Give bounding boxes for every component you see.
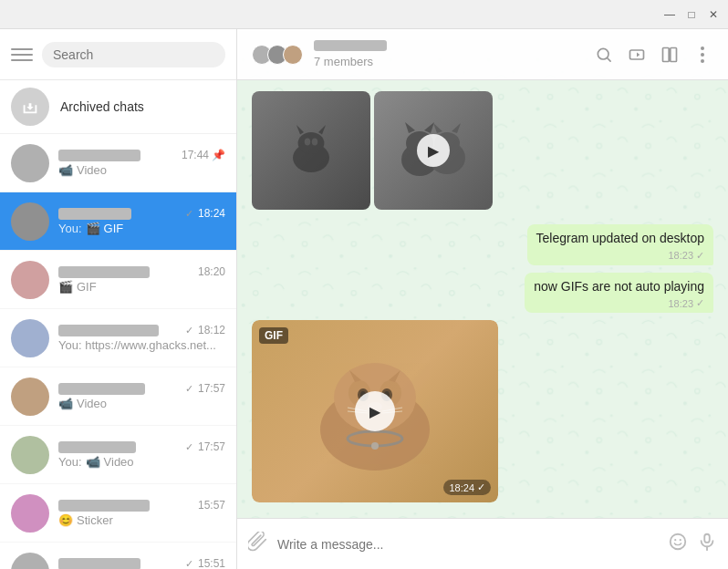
chat-meta: 18:20 <box>58 265 225 278</box>
search-icon[interactable] <box>593 44 615 66</box>
play-button[interactable]: ▶ <box>355 391 395 431</box>
chat-meta: ✓ 15:51 <box>58 557 225 569</box>
chat-time: 15:57 <box>198 499 225 512</box>
check-icon: ✓ <box>185 441 193 453</box>
chat-list-item[interactable]: 18:20 🎬 GIF <box>0 251 236 309</box>
microphone-icon[interactable] <box>697 532 717 556</box>
avatar <box>11 436 49 474</box>
close-button[interactable]: ✕ <box>706 7 721 22</box>
svg-rect-6 <box>663 47 670 61</box>
chat-info: ✓ 17:57 You: 📹 Video <box>58 440 225 469</box>
svg-point-10 <box>701 59 704 63</box>
svg-point-16 <box>312 138 317 145</box>
chat-time: 15:51 <box>198 557 225 569</box>
preview-prefix: You: <box>58 455 82 469</box>
archive-icon <box>11 88 49 126</box>
gif-message[interactable]: ▶ GIF 18:24 ✓ <box>252 320 498 502</box>
preview-icon: 🎬 <box>58 280 73 294</box>
chat-list: 17:44 📌 📹 Video ✓ 18:24 You: <box>0 134 236 569</box>
hamburger-menu-icon[interactable] <box>11 44 33 66</box>
chat-time: 18:12 <box>198 324 225 336</box>
chat-list-item[interactable]: ✓ 17:57 📹 Video <box>0 367 236 426</box>
chat-preview: 📹 Video <box>58 397 225 410</box>
chat-meta: ✓ 17:57 <box>58 440 225 453</box>
avatar <box>11 378 49 416</box>
media-item[interactable] <box>252 91 370 210</box>
sidebar-header <box>0 29 236 80</box>
preview-prefix: You: <box>58 222 82 235</box>
chat-meta: 17:44 📌 <box>58 149 225 161</box>
preview-text: Video <box>77 163 107 177</box>
layout-icon[interactable] <box>659 44 681 66</box>
call-icon[interactable] <box>626 44 648 66</box>
svg-point-43 <box>671 534 686 550</box>
message-time: 18:23 <box>668 250 693 261</box>
svg-marker-24 <box>452 123 461 133</box>
attach-icon[interactable] <box>248 532 268 556</box>
message-meta: 18:23 ✓ <box>536 250 704 262</box>
chat-list-item[interactable]: ✓ 17:57 You: 📹 Video <box>0 426 236 484</box>
maximize-button[interactable]: □ <box>684 7 699 22</box>
archived-chats-label: Archived chats <box>60 99 144 114</box>
chat-header: 7 members <box>237 29 728 80</box>
minimize-button[interactable]: — <box>662 7 677 22</box>
main-layout: Archived chats 17:44 📌 📹 Video <box>0 29 728 569</box>
messages-area[interactable]: ▶ Telegram updated on desktop 18:23 ✓ <box>237 80 728 518</box>
chat-preview: You: 🎬 GIF <box>58 222 225 235</box>
preview-icon: 📹 <box>58 397 73 410</box>
chat-info: ✓ 17:57 📹 Video <box>58 382 225 410</box>
chat-area: 7 members <box>237 29 728 569</box>
gif-time: 18:24 <box>449 482 474 493</box>
avatar <box>11 202 49 241</box>
chat-info: ✓ 18:12 You: https://www.ghacks.net... <box>58 324 225 352</box>
chat-list-item[interactable]: 15:57 😊 Sticker <box>0 484 236 543</box>
chat-name-blur <box>58 208 131 220</box>
preview-text: GIF <box>77 280 97 294</box>
chat-header-info: 7 members <box>314 40 582 68</box>
gif-check: ✓ <box>477 481 485 493</box>
pin-icon: 📌 <box>212 149 225 161</box>
chat-time: 17:57 <box>198 440 225 453</box>
svg-marker-19 <box>405 122 415 133</box>
chat-meta: 15:57 <box>58 499 225 512</box>
svg-marker-23 <box>433 123 442 133</box>
check-icon: ✓ <box>185 383 193 395</box>
chat-meta: ✓ 17:57 <box>58 382 225 395</box>
archived-chats-item[interactable]: Archived chats <box>0 80 236 134</box>
svg-rect-7 <box>671 47 677 61</box>
chat-list-item[interactable]: ✓ 15:51 😊 Sticker <box>0 543 236 569</box>
search-input[interactable] <box>42 42 225 67</box>
check-icon: ✓ <box>185 208 193 220</box>
gif-thumbnail: ▶ <box>252 320 498 502</box>
play-button[interactable]: ▶ <box>417 134 450 167</box>
sidebar: Archived chats 17:44 📌 📹 Video <box>0 29 237 569</box>
svg-marker-13 <box>296 125 304 134</box>
message-row: Telegram updated on desktop 18:23 ✓ <box>252 224 713 265</box>
svg-point-12 <box>298 132 325 154</box>
titlebar: — □ ✕ <box>0 0 728 29</box>
chat-name-blur <box>58 383 145 395</box>
preview-icon: 📹 <box>86 455 100 469</box>
chat-list-item[interactable]: 17:44 📌 📹 Video <box>0 134 236 192</box>
chat-preview: You: https://www.ghacks.net... <box>58 338 225 352</box>
avatar <box>11 144 49 182</box>
media-item[interactable]: ▶ <box>374 91 493 210</box>
chat-name-blur <box>58 325 159 336</box>
chat-list-item[interactable]: ✓ 18:24 You: 🎬 GIF <box>0 192 236 251</box>
svg-point-9 <box>701 53 704 57</box>
more-options-icon[interactable] <box>692 44 713 66</box>
chat-name-blur <box>58 558 140 570</box>
message-time: 18:23 <box>668 298 693 309</box>
avatar <box>11 319 49 357</box>
preview-text: Sticker <box>77 513 113 527</box>
chat-name-blur <box>58 266 150 278</box>
chat-preview: 🎬 GIF <box>58 280 225 294</box>
message-check-icon: ✓ <box>696 250 704 262</box>
emoji-icon[interactable] <box>668 532 688 556</box>
message-input[interactable] <box>277 537 659 552</box>
chat-list-item[interactable]: ✓ 18:12 You: https://www.ghacks.net... <box>0 309 236 367</box>
svg-point-45 <box>680 539 681 541</box>
chat-name-blur <box>58 441 136 453</box>
chat-info: ✓ 18:24 You: 🎬 GIF <box>58 207 225 235</box>
preview-icon: 📹 <box>58 163 73 177</box>
